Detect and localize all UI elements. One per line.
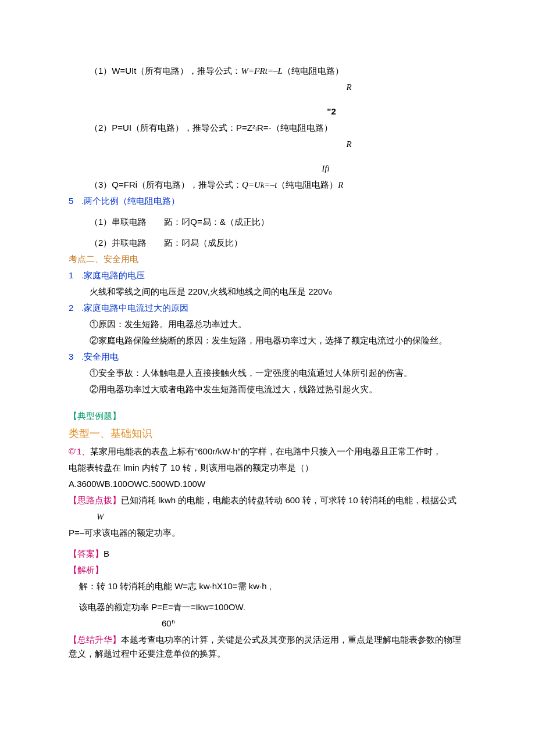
- formula-2-denom: R: [231, 137, 466, 151]
- silu-line: 【思路点拨】已知消耗 lkwh 的电能，电能表的转盘转动 600 转，可求转 1…: [69, 493, 466, 507]
- silu-tag: 【思路点拨】: [69, 495, 121, 505]
- formula-3-r: R: [338, 180, 343, 189]
- section-5-title: .两个比例（纯电阻电路）: [81, 196, 180, 206]
- formula-2-super: "2: [197, 105, 466, 119]
- zongjie-body: 本题考查电功率的计算，关键是公式及其变形的灵活运用，重点是理解电能表参数的物理意…: [69, 635, 461, 658]
- kaodian-2-title: 考点二、安全用电: [69, 252, 466, 266]
- jiexi-tag: 【解析】: [69, 563, 466, 577]
- type-1-title: 类型一、基础知识: [69, 425, 466, 442]
- formula-3-prefix: （3）Q=FRi（所有电路），推导公式：: [90, 180, 242, 189]
- question-1-a: 某家用电能表的表盘上标有“600r/kW·h”的字样，在电路中只接入一个用电器且…: [90, 446, 441, 456]
- kd2-s2-b1: ①原因：发生短路。用电器总功率过大。: [69, 317, 466, 331]
- kd2-s3-title: .安全用电: [81, 352, 119, 361]
- formula-2: （2）P=UI（所有电路），推导公式：P=Z²ᵢR=-（纯电阻电路）: [69, 121, 466, 135]
- zongjie-line: 【总结升华】本题考查电功率的计算，关键是公式及其变形的灵活运用，重点是理解电能表…: [69, 633, 466, 661]
- formula-2-line: （2）P=UI（所有电路），推导公式：P=Z²ᵢR=-（纯电阻电路）: [90, 123, 333, 132]
- answer-tag: 【答案】: [69, 549, 104, 558]
- jiexi-2: 该电器的额定功率 P=E=青一=Ikw=100OW.: [69, 600, 466, 614]
- formula-3-suffix: （纯电阻电路）: [277, 180, 338, 189]
- kd2-s2-title: .家庭电路中电流过大的原因: [81, 303, 188, 313]
- formula-3-expr: Q=Uk=–t: [242, 180, 277, 189]
- kd2-s3-num: 3: [69, 350, 79, 364]
- jiexi-1: 解：转 10 转消耗的电能 W=志 kw·hX10=需 kw·h ,: [69, 579, 466, 593]
- silu-body: 已知消耗 lkwh 的电能，电能表的转盘转动 600 转，可求转 10 转消耗的…: [121, 495, 456, 505]
- answer-value: B: [104, 549, 109, 558]
- kd2-s1-heading: 1 .家庭电路的电压: [69, 268, 466, 282]
- question-1-options: A.3600WB.100OWC.500WD.100W: [69, 477, 466, 491]
- formula-1: （1）W=UIt（所有电路），推导公式：W=I²Rt=–L（纯电阻电路）: [69, 64, 466, 78]
- kd2-s2-num: 2: [69, 301, 79, 315]
- silu-body2: P=–可求该电器的额定功率。: [69, 526, 466, 540]
- question-1-b: 电能表转盘在 lmin 内转了 10 转，则该用电器的额定功率是（）: [69, 461, 466, 475]
- formula-3: （3）Q=FRi（所有电路），推导公式：Q=Uk=–t（纯电阻电路）R: [69, 178, 466, 192]
- dianxing-title: 【典型例题】: [69, 409, 466, 423]
- zongjie-tag: 【总结升华】: [69, 635, 121, 644]
- formula-1-expr: W=I²Rt=–L: [241, 66, 282, 76]
- question-1-tag: ©'1、: [69, 446, 90, 456]
- jiexi-2-sub: 60ʰ: [69, 617, 466, 630]
- section-5-heading: 5 .两个比例（纯电阻电路）: [69, 194, 466, 208]
- formula-1-prefix: （1）W=UIt（所有电路），推导公式：: [90, 66, 241, 76]
- question-1: ©'1、某家用电能表的表盘上标有“600r/kW·h”的字样，在电路中只接入一个…: [69, 445, 466, 458]
- formula-3-super: Ifi: [185, 162, 466, 175]
- kd2-s2-heading: 2 .家庭电路中电流过大的原因: [69, 301, 466, 315]
- kd2-s1-title: .家庭电路的电压: [81, 270, 145, 280]
- section-5-item-1: （1）串联电路 跖：叼Q=舄：&（成正比）: [69, 215, 466, 229]
- formula-1-suffix: （纯电阻电路）: [283, 66, 344, 76]
- kd2-s1-num: 1: [69, 268, 79, 282]
- kd2-s3-b1: ①安全事故：人体触电是人直接接触火线，一定强度的电流通过人体所引起的伤害。: [69, 366, 466, 380]
- section-5-num: 5: [69, 194, 79, 208]
- section-5-item-2: （2）并联电路 跖：叼舄（成反比）: [69, 236, 466, 250]
- answer-line: 【答案】B: [69, 547, 466, 561]
- silu-w: W: [69, 510, 466, 524]
- formula-1-denom: R: [231, 80, 466, 94]
- kd2-s2-b2: ②家庭电路保险丝烧断的原因：发生短路，用电器功率过大，选择了额定电流过小的保险丝…: [69, 334, 466, 347]
- kd2-s3-b2: ②用电器功率过大或者电路中发生短路而使电流过大，线路过热引起火灾。: [69, 382, 466, 396]
- kd2-s3-heading: 3 .安全用电: [69, 350, 466, 364]
- kd2-s1-body: 火线和零线之间的电压是 220V,火线和地线之间的电压是 220V₀: [69, 285, 466, 299]
